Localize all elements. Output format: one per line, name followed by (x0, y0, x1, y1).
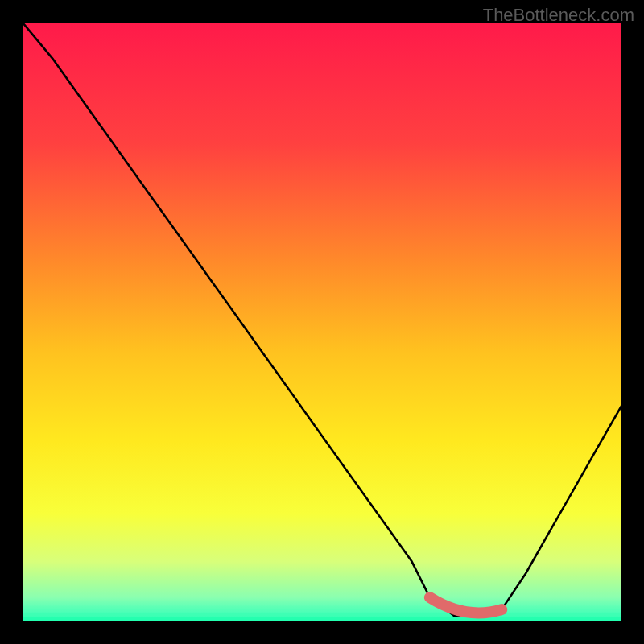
gradient-background (23, 23, 621, 621)
watermark-text: TheBottleneck.com (483, 5, 634, 26)
green-glow-band (23, 617, 621, 621)
chart-plot-area (23, 23, 621, 621)
bottleneck-chart-svg (23, 23, 621, 621)
